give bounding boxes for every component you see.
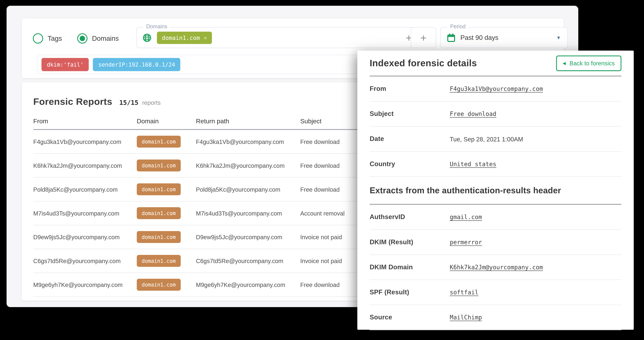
app-stage: Tags Domains Domains domain1.c [0,0,644,340]
report-from: K6hk7ka2Jm@yourcompany.com [33,162,137,169]
domains-field-label: Domains [144,24,170,29]
extracts-section-title: Extracts from the authentication-results… [370,186,561,195]
detail-field-label: Date [370,135,450,143]
report-return-path: M9ge6yh7Ke@yourcompany.com [196,281,300,288]
plus-icon: + [420,32,426,43]
report-from: D9ew9js5Jc@yourcompany.com [33,234,137,240]
panel-title: Indexed forensic details [370,58,477,68]
detail-field-value[interactable]: F4gu3ka1Vb@yourcompany.com [450,86,543,92]
extract-field-value[interactable]: K6hk7ka2Jm@yourcompany.com [450,264,543,270]
detail-field-label: Country [370,160,450,168]
extract-field-label: Source [370,314,450,321]
report-return-path: C6gs7td5Re@yourcompany.com [196,258,300,264]
reports-title: Forensic Reports [33,96,112,107]
report-return-path: K6hk7ka2Jm@yourcompany.com [196,162,300,169]
query-chip[interactable]: dkim:'fail' [42,58,89,71]
chevron-down-icon[interactable]: ▼ [556,35,561,41]
detail-field-value[interactable]: Tue, Sep 28, 2021 1:00AM [450,135,523,142]
extract-field-value[interactable]: permerror [450,239,482,245]
detail-field-row: Country United states [370,152,621,177]
extract-field-row: SPF (Result) softfail [370,280,621,305]
report-from: M7is4ud3Ts@yourcompany.com [33,210,137,216]
extracts-section-header: Extracts from the authentication-results… [370,177,621,205]
query-chip[interactable]: senderIP:192.168.0.1/24 [93,58,180,71]
filter-type-radio[interactable]: Tags [33,33,62,44]
detail-field-label: Subject [370,110,450,117]
report-domain-chip: domain1.com [137,279,180,291]
calendar-icon [447,33,456,42]
back-to-forensics-button[interactable]: ◀ Back to forensics [556,55,622,71]
period-value: Past 90 days [460,34,498,41]
report-return-path: D9ew9js5Jc@yourcompany.com [196,234,300,240]
extract-field-row: DKIM Domain K6hk7ka2Jm@yourcompany.com [370,255,621,280]
selected-domain-text: domain1.com [162,34,200,41]
detail-field-row: From F4gu3ka1Vb@yourcompany.com [370,76,621,102]
reports-count: 15/15 [119,99,138,107]
forensic-details-panel: Indexed forensic details ◀ Back to foren… [357,51,634,330]
detail-field-row: Date Tue, Sep 28, 2021 1:00AM [370,127,621,152]
domains-field: Domains domain1.com × + [136,27,418,48]
report-domain-chip: domain1.com [137,255,180,267]
extract-field-row: AuthservID gmail.com [370,205,621,230]
radio-label: Tags [48,35,62,42]
filter-type-radio[interactable]: Domains [77,33,119,44]
reports-header: Forensic Reports 15/15 reports [33,96,161,107]
extract-field-label: SPF (Result) [370,289,450,296]
remove-domain-icon[interactable]: × [204,34,207,41]
report-return-path: M7is4ud3Ts@yourcompany.com [196,210,300,216]
report-domain-chip: domain1.com [137,136,180,147]
selected-domain-chip[interactable]: domain1.com × [157,31,212,44]
extract-field-value[interactable]: MailChimp [450,314,482,320]
report-from: Pold8ja5Kc@yourcompany.com [33,186,137,193]
detail-field-label: From [370,85,450,92]
report-from: M9ge6yh7Ke@yourcompany.com [33,281,137,288]
report-domain-chip: domain1.com [137,207,180,219]
report-domain-chip: domain1.com [137,159,180,171]
globe-icon [142,33,152,42]
report-return-path: F4gu3ka1Vb@yourcompany.com [196,138,300,145]
period-field-label: Period [448,24,468,29]
reports-count-suffix: reports [142,99,160,106]
report-return-path: Pold8ja5Kc@yourcompany.com [196,186,300,193]
extract-field-row: DKIM (Result) permerror [370,230,621,255]
column-header-domain: Domain [137,117,196,125]
period-field[interactable]: Period Past 90 days ▼ [440,27,568,48]
extract-field-value[interactable]: softfail [450,289,478,295]
report-domain-chip: domain1.com [137,183,180,195]
report-from: C6gs7td5Re@yourcompany.com [33,258,137,264]
back-button-label: Back to forensics [570,60,615,66]
column-header-from: From [33,117,137,125]
panel-header: Indexed forensic details ◀ Back to foren… [370,51,621,76]
extract-field-label: AuthservID [370,213,450,221]
extract-field-label: DKIM (Result) [370,238,450,246]
radio-circle-icon [33,33,43,44]
extract-field-value[interactable]: gmail.com [450,214,482,220]
radio-label: Domains [92,35,119,42]
detail-field-value[interactable]: United states [450,161,496,167]
extract-field-label: DKIM Domain [370,264,450,271]
detail-field-row: Subject Free download [370,102,621,127]
add-filter-button[interactable]: + [411,27,436,48]
radio-circle-icon [77,33,88,44]
back-arrow-icon: ◀ [562,61,566,65]
screenshot-viewport: Tags Domains Domains domain1.c [0,0,644,340]
column-header-return-path: Return path [196,117,300,125]
extract-field-row: Source MailChimp [370,305,621,330]
report-domain-chip: domain1.com [137,231,180,243]
detail-field-value[interactable]: Free download [450,111,496,117]
report-from: F4gu3ka1Vb@yourcompany.com [33,138,137,145]
